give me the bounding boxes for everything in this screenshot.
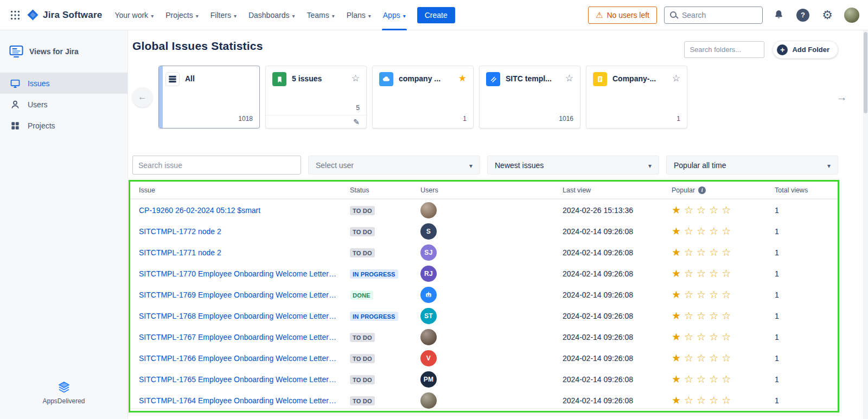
edit-icon[interactable]: ✎ [353, 118, 360, 126]
star-icon[interactable]: ☆ [709, 289, 718, 300]
star-icon[interactable]: ☆ [709, 205, 718, 215]
profile-button[interactable] [843, 7, 860, 24]
star-icon[interactable]: ☆ [684, 268, 693, 279]
star-icon[interactable]: ☆ [684, 226, 693, 236]
star-icon[interactable]: ★ [672, 332, 681, 342]
user-avatar[interactable] [420, 202, 437, 218]
issue-link[interactable]: CP-19260 26-02-2024 05:12 $smart [139, 206, 350, 215]
star-icon[interactable]: ★ [672, 268, 681, 279]
sort-select[interactable]: Newest issues [487, 156, 659, 175]
folder-card-company[interactable]: company ...★1 [372, 66, 474, 128]
star-icon[interactable]: ☆ [697, 205, 706, 215]
star-icon[interactable]: ★ [672, 374, 681, 384]
star-icon[interactable]: ☆ [722, 395, 731, 405]
nav-item-teams[interactable]: Teams [301, 0, 340, 30]
user-avatar[interactable]: RJ [420, 266, 437, 282]
issue-link[interactable]: SITCTMPL-1769 Employee Onboarding Welcom… [139, 291, 350, 299]
sidebar-item-users[interactable]: Users [0, 94, 127, 115]
user-avatar[interactable]: V [420, 350, 437, 366]
issue-link[interactable]: SITCTMPL-1764 Employee Onboarding Welcom… [139, 396, 350, 405]
folder-card-all[interactable]: All1018 [158, 66, 260, 128]
star-icon[interactable]: ☆ [684, 205, 693, 215]
folder-card-sitc-templ[interactable]: SITC templ...☆1016 [479, 66, 580, 128]
sidebar-item-projects[interactable]: Projects [0, 115, 127, 136]
star-icon[interactable]: ☆ [684, 311, 693, 321]
star-icon[interactable]: ☆ [709, 268, 718, 279]
popular-select[interactable]: Popular all time [666, 156, 838, 175]
star-icon[interactable]: ☆ [697, 332, 706, 342]
star-icon[interactable]: ☆ [722, 311, 731, 321]
star-icon[interactable]: ★ [672, 247, 681, 257]
notifications-button[interactable] [770, 7, 787, 24]
search-issue-input[interactable] [132, 156, 301, 175]
settings-button[interactable] [819, 7, 836, 24]
star-icon[interactable]: ☆ [565, 72, 573, 83]
user-avatar[interactable]: PM [420, 371, 437, 388]
star-icon[interactable]: ☆ [722, 374, 731, 384]
app-switcher-button[interactable] [7, 7, 24, 24]
star-icon[interactable]: ☆ [697, 268, 706, 279]
issue-link[interactable]: SITCTMPL-1770 Employee Onboarding Welcom… [139, 269, 350, 278]
nav-item-projects[interactable]: Projects [159, 0, 205, 30]
star-icon[interactable]: ★ [672, 226, 681, 236]
star-icon[interactable]: ★ [672, 289, 681, 300]
star-icon[interactable]: ☆ [684, 247, 693, 257]
add-folder-button[interactable]: Add Folder [773, 41, 838, 59]
issue-link[interactable]: SITCTMPL-1766 Employee Onboarding Welcom… [139, 354, 350, 363]
star-icon[interactable]: ☆ [697, 311, 706, 321]
star-icon[interactable]: ☆ [722, 247, 731, 257]
carousel-next-button[interactable] [832, 87, 852, 107]
star-icon[interactable]: ☆ [709, 353, 718, 363]
star-icon[interactable]: ☆ [697, 395, 706, 405]
star-icon[interactable]: ☆ [722, 289, 731, 300]
issue-link[interactable]: SITCTMPL-1767 Employee Onboarding Welcom… [139, 333, 350, 341]
user-avatar[interactable]: SJ [420, 244, 437, 261]
issue-link[interactable]: SITCTMPL-1772 node 2 [139, 227, 350, 236]
star-icon[interactable]: ☆ [722, 205, 731, 215]
create-button[interactable]: Create [417, 7, 455, 23]
search-folders-input[interactable] [684, 41, 764, 58]
star-icon[interactable]: ★ [672, 311, 681, 321]
star-icon[interactable]: ☆ [684, 395, 693, 405]
nav-item-apps[interactable]: Apps [377, 0, 412, 30]
star-icon[interactable]: ☆ [722, 268, 731, 279]
star-icon[interactable]: ★ [672, 353, 681, 363]
user-avatar[interactable]: ST [420, 308, 437, 324]
star-icon[interactable]: ☆ [684, 332, 693, 342]
no-users-left-button[interactable]: No users left [588, 7, 657, 24]
star-icon[interactable]: ☆ [672, 72, 680, 83]
star-icon[interactable]: ★ [672, 395, 681, 405]
star-icon[interactable]: ☆ [684, 374, 693, 384]
star-icon[interactable]: ☆ [697, 353, 706, 363]
nav-item-dashboards[interactable]: Dashboards [242, 0, 301, 30]
info-icon[interactable] [698, 186, 706, 194]
help-button[interactable] [794, 7, 812, 24]
scrollbar-track[interactable] [863, 30, 868, 419]
global-search-input[interactable] [664, 7, 763, 24]
carousel-prev-button[interactable] [132, 87, 152, 107]
sidebar-item-issues[interactable]: Issues [0, 73, 127, 94]
issue-link[interactable]: SITCTMPL-1765 Employee Onboarding Welcom… [139, 375, 350, 384]
star-icon[interactable]: ★ [672, 205, 681, 215]
nav-item-your-work[interactable]: Your work [108, 0, 159, 30]
nav-item-plans[interactable]: Plans [341, 0, 377, 30]
nav-item-filters[interactable]: Filters [205, 0, 242, 30]
user-avatar[interactable] [420, 329, 437, 345]
user-avatar[interactable] [420, 392, 437, 409]
star-icon[interactable]: ☆ [684, 353, 693, 363]
star-icon[interactable]: ☆ [709, 226, 718, 236]
star-icon[interactable]: ☆ [697, 289, 706, 300]
star-icon[interactable]: ☆ [709, 374, 718, 384]
star-icon[interactable]: ☆ [722, 332, 731, 342]
user-avatar[interactable] [420, 287, 437, 303]
scrollbar-thumb[interactable] [864, 32, 867, 113]
star-icon[interactable]: ☆ [709, 332, 718, 342]
issue-link[interactable]: SITCTMPL-1771 node 2 [139, 248, 350, 257]
star-icon[interactable]: ☆ [722, 226, 731, 236]
star-icon[interactable]: ☆ [709, 395, 718, 405]
user-select[interactable]: Select user [308, 156, 480, 175]
star-icon[interactable]: ☆ [697, 247, 706, 257]
star-icon[interactable]: ☆ [352, 72, 360, 83]
issue-link[interactable]: SITCTMPL-1768 Employee Onboarding Welcom… [139, 312, 350, 320]
folder-card-5-issues[interactable]: 5 issues☆5✎ [265, 66, 367, 128]
